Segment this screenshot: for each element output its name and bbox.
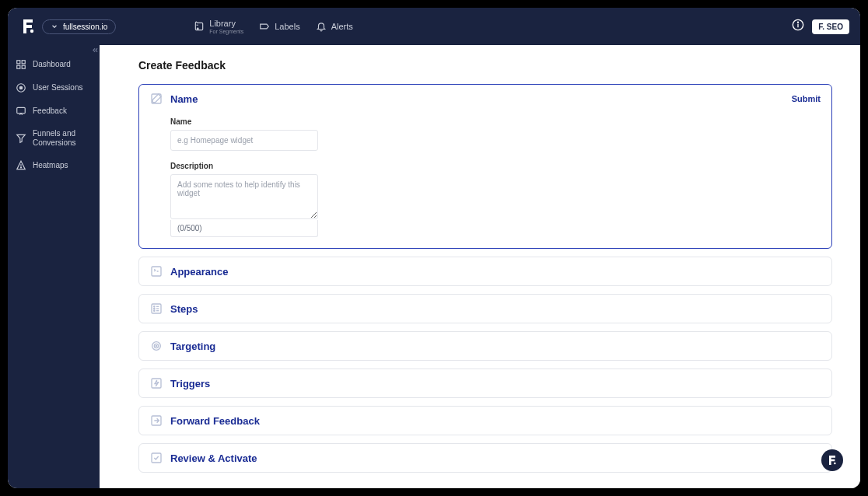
page-title: Create Feedback xyxy=(138,59,832,72)
project-name: fullsession.io xyxy=(63,23,107,31)
topbar-right: F. SEO xyxy=(792,19,849,34)
heatmap-icon xyxy=(16,160,26,171)
chevron-down-icon xyxy=(51,23,58,30)
nav-library[interactable]: Library For Segments xyxy=(194,19,243,34)
section-appearance-title: Appearance xyxy=(170,266,228,278)
section-steps-title: Steps xyxy=(170,303,198,315)
info-icon[interactable] xyxy=(792,19,804,34)
steps-icon xyxy=(150,302,163,315)
funnel-icon xyxy=(16,133,26,144)
section-review-title: Review & Activate xyxy=(170,452,257,464)
topbar: fullsession.io Library For Segments Labe… xyxy=(8,8,860,45)
sidebar-label: Feedback xyxy=(33,107,67,116)
sidebar: Dashboard User Sessions Feedback Funnels… xyxy=(8,45,100,488)
name-input[interactable] xyxy=(170,130,318,151)
svg-point-29 xyxy=(834,463,836,465)
sidebar-item-feedback[interactable]: Feedback xyxy=(8,100,100,123)
appearance-icon xyxy=(150,265,163,278)
svg-point-0 xyxy=(30,30,33,33)
dashboard-icon xyxy=(16,59,26,70)
section-steps: Steps xyxy=(138,294,832,323)
section-appearance-header[interactable]: Appearance xyxy=(139,257,831,285)
nav-labels-label: Labels xyxy=(275,22,299,31)
sidebar-item-funnels[interactable]: Funnels and Conversions xyxy=(8,123,100,154)
nav-library-text: Library For Segments xyxy=(209,19,243,34)
svg-point-18 xyxy=(154,308,155,309)
svg-rect-28 xyxy=(152,453,161,463)
label-icon xyxy=(259,21,270,32)
section-name-body: Name Description (0/500) xyxy=(139,113,831,248)
triggers-icon xyxy=(150,377,163,389)
svg-point-1 xyxy=(198,28,199,30)
edit-icon xyxy=(150,93,163,105)
section-targeting-title: Targeting xyxy=(170,341,215,352)
name-field-label: Name xyxy=(170,117,821,126)
section-forward-header[interactable]: Forward Feedback xyxy=(139,407,831,435)
nav-labels[interactable]: Labels xyxy=(259,21,299,32)
sidebar-item-heatmaps[interactable]: Heatmaps xyxy=(8,154,100,177)
svg-rect-7 xyxy=(17,65,20,68)
svg-rect-11 xyxy=(17,107,26,114)
section-steps-header[interactable]: Steps xyxy=(139,295,831,323)
logo-small-icon xyxy=(826,454,838,466)
bell-icon xyxy=(316,21,327,32)
svg-rect-15 xyxy=(152,267,161,276)
section-triggers: Triggers xyxy=(138,369,832,398)
char-counter: (0/500) xyxy=(170,220,318,237)
svg-point-4 xyxy=(798,22,799,23)
logo xyxy=(19,17,37,36)
logo-icon xyxy=(19,17,37,36)
svg-point-10 xyxy=(19,86,23,89)
section-name: Name Submit Name Description (0/500) xyxy=(138,84,832,249)
sidebar-label: Heatmaps xyxy=(33,161,68,170)
floating-help-button[interactable] xyxy=(821,449,843,471)
sidebar-label: Dashboard xyxy=(33,60,71,69)
targeting-icon xyxy=(150,340,163,352)
svg-rect-6 xyxy=(22,61,25,64)
svg-point-12 xyxy=(20,167,21,168)
section-triggers-title: Triggers xyxy=(170,378,210,389)
library-icon xyxy=(194,21,205,32)
section-appearance: Appearance xyxy=(138,257,832,286)
submit-button[interactable]: Submit xyxy=(792,94,821,103)
svg-point-19 xyxy=(154,310,155,311)
description-input[interactable] xyxy=(170,174,318,219)
svg-rect-8 xyxy=(22,65,25,68)
forward-icon xyxy=(150,414,163,427)
top-nav: Library For Segments Labels Alerts xyxy=(194,19,353,34)
desc-field-label: Description xyxy=(170,162,821,170)
collapse-sidebar-icon[interactable] xyxy=(92,47,100,54)
sidebar-item-user-sessions[interactable]: User Sessions xyxy=(8,76,100,100)
nav-alerts-label: Alerts xyxy=(331,22,353,31)
svg-rect-5 xyxy=(17,61,20,64)
section-forward: Forward Feedback xyxy=(138,406,832,435)
sidebar-label: User Sessions xyxy=(33,83,82,93)
feedback-icon xyxy=(16,106,26,117)
user-badge[interactable]: F. SEO xyxy=(812,19,849,34)
review-icon xyxy=(150,452,163,464)
sidebar-item-dashboard[interactable]: Dashboard xyxy=(8,53,100,76)
nav-alerts[interactable]: Alerts xyxy=(316,21,353,32)
sessions-icon xyxy=(16,82,26,93)
section-review-header[interactable]: Review & Activate xyxy=(139,444,831,472)
svg-point-25 xyxy=(156,345,156,346)
section-name-header[interactable]: Name Submit xyxy=(139,85,831,113)
main-content: Create Feedback Name Submit Name xyxy=(100,45,860,488)
section-forward-title: Forward Feedback xyxy=(170,415,260,427)
section-targeting: Targeting xyxy=(138,331,832,361)
section-name-title: Name xyxy=(170,93,198,105)
section-targeting-header[interactable]: Targeting xyxy=(139,332,831,360)
section-review: Review & Activate xyxy=(138,443,832,473)
section-triggers-header[interactable]: Triggers xyxy=(139,369,831,397)
sidebar-label: Funnels and Conversions xyxy=(33,129,92,148)
project-selector[interactable]: fullsession.io xyxy=(42,19,116,34)
svg-point-17 xyxy=(154,306,155,307)
